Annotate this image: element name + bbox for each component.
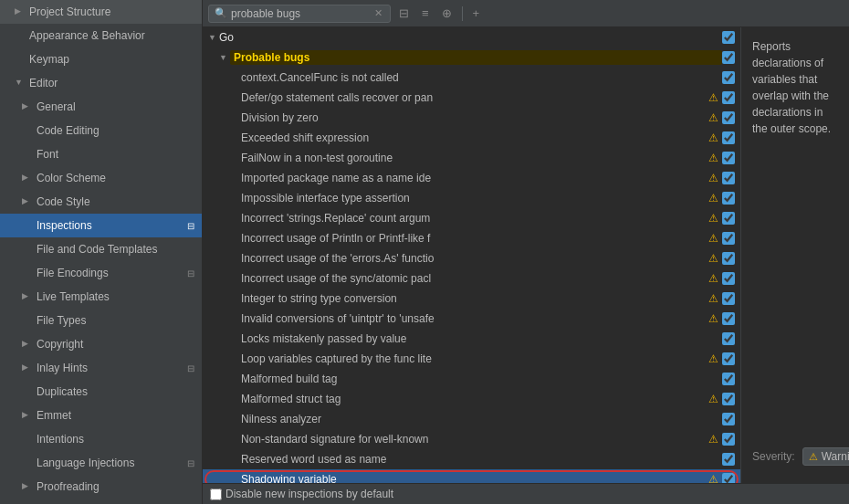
tree-item-label: Loop variables captured by the func lite (241, 352, 708, 365)
tree-item-shadowing[interactable]: Shadowing variable ⚠ (203, 469, 740, 483)
tree-item-imported-pkg[interactable]: Imported package name as a name ide ⚠ (203, 168, 740, 188)
expand-all-button[interactable]: ≡ (417, 4, 434, 23)
tree-item-checkbox[interactable] (722, 312, 735, 325)
sidebar-item-language-injections[interactable]: Language Injections ⊟ (0, 451, 202, 475)
tree-item-checkbox[interactable] (722, 212, 735, 225)
tree-item-label: Invalid conversions of 'uintptr' to 'uns… (241, 312, 708, 325)
tree-item-invalid-conversions[interactable]: Invalid conversions of 'uintptr' to 'uns… (203, 309, 740, 329)
add-button[interactable]: + (468, 4, 485, 23)
tree-item-checkbox[interactable] (722, 373, 735, 385)
tree-item-integer-to-string[interactable]: Integer to string type conversion ⚠ (203, 289, 740, 309)
tree-item-incorrect-println[interactable]: Incorrect usage of Println or Printf-lik… (203, 228, 740, 248)
tree-item-checkbox[interactable] (722, 111, 735, 124)
tree-item-checkbox[interactable] (722, 332, 735, 345)
sidebar-item-reader-mode[interactable]: Reader Mode (0, 499, 202, 504)
collapse-all-button[interactable]: ⊕ (437, 4, 456, 23)
sidebar-item-live-templates[interactable]: ▶ Live Templates (0, 285, 202, 309)
tree-item-division[interactable]: Division by zero ⚠ (203, 108, 740, 128)
tree-item-checkbox[interactable] (722, 252, 735, 265)
tree-item-label: Incorrect usage of the sync/atomic pacl (241, 272, 708, 285)
tree-item-non-standard[interactable]: Non-standard signature for well-known ⚠ (203, 429, 740, 449)
sidebar-item-file-code-templates[interactable]: File and Code Templates (0, 237, 202, 261)
sidebar-item-file-encodings[interactable]: File Encodings ⊟ (0, 261, 202, 285)
tree-item-label: FailNow in a non-test goroutine (241, 152, 708, 164)
main-content: 🔍 ✕ ⊟ ≡ ⊕ + ▼ Go ▼ Probable bugs (203, 0, 849, 504)
tree-item-defer-go[interactable]: Defer/go statement calls recover or pan … (203, 88, 740, 108)
tree-item-label: Nilness analyzer (241, 413, 722, 425)
warning-small-icon: ⚠ (809, 451, 818, 463)
sidebar-item-font[interactable]: Font (0, 142, 202, 166)
sidebar-item-keymap[interactable]: Keymap (0, 47, 202, 71)
tree-item-checkbox[interactable] (722, 31, 735, 44)
tree-item-label: Malformed build tag (241, 373, 722, 385)
sidebar-item-proofreading[interactable]: ▶ Proofreading (0, 475, 202, 499)
sidebar-item-duplicates[interactable]: Duplicates (0, 380, 202, 404)
tree-item-impossible-interface[interactable]: Impossible interface type assertion ⚠ (203, 188, 740, 208)
tree-item-reserved-word[interactable]: Reserved word used as name (203, 449, 740, 469)
disable-new-inspections-checkbox[interactable] (210, 488, 222, 500)
tree-item-label: Go (219, 31, 722, 44)
tree-item-checkbox[interactable] (722, 272, 735, 285)
sidebar-item-general[interactable]: ▶ General (0, 95, 202, 119)
search-box[interactable]: 🔍 ✕ (208, 5, 391, 23)
sidebar-item-appearance[interactable]: Appearance & Behavior (0, 24, 202, 47)
arrow-icon: ▶ (22, 480, 31, 493)
clear-search-button[interactable]: ✕ (372, 7, 384, 19)
tree-item-checkbox[interactable] (722, 473, 735, 483)
arrow-icon: ▶ (15, 5, 24, 18)
sidebar-item-intentions[interactable]: Intentions (0, 427, 202, 451)
tree-item-checkbox[interactable] (722, 433, 735, 446)
search-input[interactable] (231, 7, 369, 20)
severity-dropdown[interactable]: ⚠ Warning ▼ (802, 447, 849, 466)
arrow-icon: ▶ (22, 338, 31, 351)
arrow-icon: ▶ (22, 195, 31, 208)
tree-item-cancel-func[interactable]: context.CancelFunc is not called (203, 68, 740, 88)
sidebar-item-inspections[interactable]: Inspections ⊟ (0, 214, 202, 237)
tree-item-checkbox[interactable] (722, 393, 735, 405)
tree-item-checkbox[interactable] (722, 453, 735, 466)
sidebar-item-project-structure[interactable]: ▶ Project Structure (0, 0, 202, 24)
sidebar-item-code-editing[interactable]: Code Editing (0, 119, 202, 142)
tree-item-checkbox[interactable] (722, 131, 735, 144)
tree-item-checkbox[interactable] (722, 51, 735, 64)
tree-item-incorrect-sync[interactable]: Incorrect usage of the sync/atomic pacl … (203, 268, 740, 289)
tree-item-checkbox[interactable] (722, 152, 735, 164)
warning-icon: ⚠ (708, 232, 718, 245)
warning-icon: ⚠ (708, 272, 718, 285)
tree-item-checkbox[interactable] (722, 413, 735, 425)
tree-item-loop-vars[interactable]: Loop variables captured by the func lite… (203, 349, 740, 369)
tree-item-incorrect-replace[interactable]: Incorrect 'strings.Replace' count argum … (203, 208, 740, 228)
tree-item-checkbox[interactable] (722, 232, 735, 245)
tree-item-checkbox[interactable] (722, 192, 735, 205)
tree-item-locks[interactable]: Locks mistakenly passed by value (203, 329, 740, 349)
tree-item-failnow[interactable]: FailNow in a non-test goroutine ⚠ (203, 148, 740, 168)
sidebar-item-copyright[interactable]: ▶ Copyright (0, 332, 202, 356)
arrow-icon: ▶ (22, 409, 31, 422)
sidebar-item-label: Copyright (37, 336, 83, 352)
sidebar-item-editor[interactable]: ▼ Editor (0, 71, 202, 95)
tree-item-probable-bugs[interactable]: ▼ Probable bugs (203, 47, 740, 68)
sidebar-item-color-scheme[interactable]: ▶ Color Scheme (0, 166, 202, 190)
expand-icon: ▼ (219, 53, 230, 62)
disable-new-inspections-text: Disable new inspections by default (225, 488, 393, 500)
sidebar-item-label: Editor (29, 75, 58, 91)
sidebar-item-label: Intentions (37, 431, 84, 447)
tree-item-checkbox[interactable] (722, 91, 735, 104)
tree-item-malformed-build[interactable]: Malformed build tag (203, 369, 740, 389)
tree-item-incorrect-errors-as[interactable]: Incorrect usage of the 'errors.As' funct… (203, 248, 740, 268)
bottom-bar: Disable new inspections by default (203, 483, 849, 504)
tree-item-checkbox[interactable] (722, 352, 735, 365)
tree-item-go[interactable]: ▼ Go (203, 27, 740, 47)
sidebar-item-code-style[interactable]: ▶ Code Style (0, 190, 202, 214)
sidebar-item-emmet[interactable]: ▶ Emmet (0, 404, 202, 427)
disable-new-inspections-label[interactable]: Disable new inspections by default (210, 488, 393, 500)
tree-item-checkbox[interactable] (722, 172, 735, 184)
filter-button[interactable]: ⊟ (394, 4, 414, 23)
tree-item-exceeded-shift[interactable]: Exceeded shift expression ⚠ (203, 128, 740, 148)
sidebar-item-file-types[interactable]: File Types (0, 309, 202, 332)
tree-item-malformed-struct[interactable]: Malformed struct tag ⚠ (203, 389, 740, 409)
tree-item-checkbox[interactable] (722, 292, 735, 305)
tree-item-checkbox[interactable] (722, 71, 735, 84)
sidebar-item-inlay-hints[interactable]: ▶ Inlay Hints ⊟ (0, 356, 202, 380)
tree-item-nilness[interactable]: Nilness analyzer (203, 409, 740, 429)
